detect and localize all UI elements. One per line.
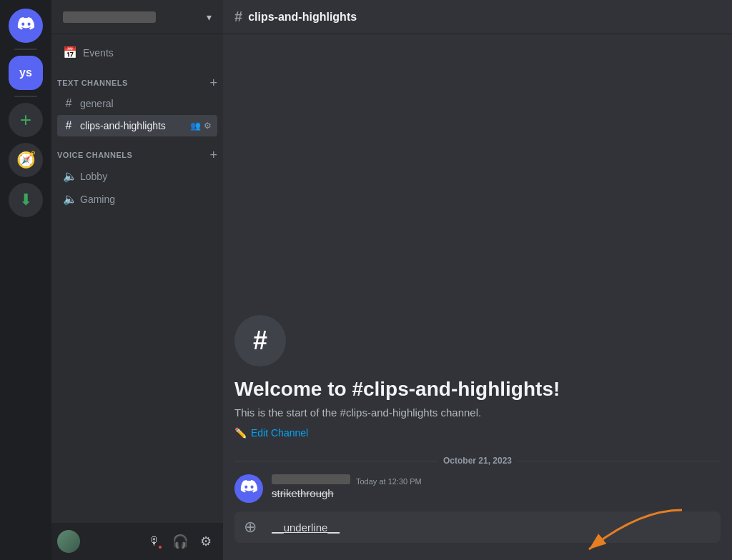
events-label: Events [83,47,114,59]
welcome-title: Welcome to #clips-and-highlights! [234,378,721,401]
voice-channels-category[interactable]: VOICE CHANNELS + [51,137,223,164]
add-text-channel-icon[interactable]: + [209,76,217,89]
date-separator: October 21, 2023 [223,450,732,471]
message: Today at 12:30 PM strikethrough [223,471,732,506]
welcome-icon: # [234,315,286,366]
separator-line-left [234,461,437,461]
channel-name-clips: clips-and-highlights [80,120,184,131]
channel-name-gaming: Gaming [80,194,212,205]
message-input-area: ⊕ [223,511,732,560]
channel-name-lobby: Lobby [80,171,212,182]
server-divider [14,49,37,50]
active-server-icon[interactable]: ys [9,56,43,90]
mute-button[interactable]: 🎙 [143,530,166,553]
message-username [272,474,350,484]
channel-item-lobby[interactable]: 🔈 Lobby [57,165,217,187]
voice-channels-label: VOICE CHANNELS [57,151,132,159]
channel-header: # clips-and-highlights [223,0,732,34]
events-icon: 📅 [63,46,77,59]
explore-icon[interactable]: 🧭 [9,143,43,177]
message-avatar [234,474,263,503]
server-name [63,11,156,23]
channel-welcome: # Welcome to #clips-and-highlights! This… [223,292,732,450]
channel-name-general: general [80,98,212,109]
download-icon[interactable]: ⬇ [9,183,43,217]
channel-item-clips-and-highlights[interactable]: # clips-and-highlights 👥 ⚙ [57,115,217,136]
channel-sidebar: ▾ 📅 Events TEXT CHANNELS + # general # c… [51,0,223,560]
settings-icon[interactable]: ⚙ [204,121,212,131]
message-text: strikethrough [272,487,721,499]
message-input-wrapper: ⊕ [234,511,721,543]
hash-icon-clips: # [63,119,74,132]
text-channels-category[interactable]: TEXT CHANNELS + [51,65,223,92]
settings-button[interactable]: ⚙ [194,530,217,553]
hash-icon-general: # [63,97,74,110]
channel-header-name: clips-and-highlights [248,11,357,24]
main-content: # clips-and-highlights # Welcome to #cli… [223,0,732,560]
channel-badges: 👥 ⚙ [190,121,212,131]
message-header: Today at 12:30 PM [272,474,721,486]
channel-item-gaming[interactable]: 🔈 Gaming [57,188,217,210]
message-timestamp: Today at 12:30 PM [356,477,422,486]
channel-header-hash-icon: # [234,9,242,25]
channel-list: 📅 Events TEXT CHANNELS + # general # cli… [51,34,223,523]
edit-channel-pencil-icon: ✏️ [234,427,247,439]
edit-channel-link[interactable]: ✏️ Edit Channel [234,427,308,439]
chevron-down-icon: ▾ [207,11,212,23]
user-avatar [57,530,80,553]
add-voice-channel-icon[interactable]: + [209,149,217,161]
user-controls: 🎙 🎧 ⚙ [143,530,217,553]
strikethrough-text: strikethrough [272,487,334,499]
members-icon: 👥 [190,121,201,131]
speaker-icon-lobby: 🔈 [63,169,74,183]
channel-item-general[interactable]: # general [57,93,217,114]
server-header[interactable]: ▾ [51,0,223,34]
add-attachment-button[interactable]: ⊕ [234,511,266,543]
text-channels-label: TEXT CHANNELS [57,79,128,87]
date-separator-text: October 21, 2023 [443,456,512,466]
separator-line-right [518,461,721,461]
add-server-icon[interactable]: + [9,103,43,137]
speaker-icon-gaming: 🔈 [63,192,74,206]
user-area: 🎙 🎧 ⚙ [51,523,223,560]
server-divider-2 [14,96,37,97]
edit-channel-label: Edit Channel [251,427,308,439]
message-content: Today at 12:30 PM strikethrough [272,474,721,499]
server-sidebar: ys + 🧭 ⬇ [0,0,51,560]
spacer [223,506,732,511]
discord-home-icon[interactable] [9,9,43,43]
messages-area: # Welcome to #clips-and-highlights! This… [223,34,732,511]
welcome-subtitle: This is the start of the #clips-and-high… [234,406,721,419]
message-input[interactable] [272,514,718,541]
deafen-button[interactable]: 🎧 [169,530,192,553]
events-item[interactable]: 📅 Events [51,40,223,65]
